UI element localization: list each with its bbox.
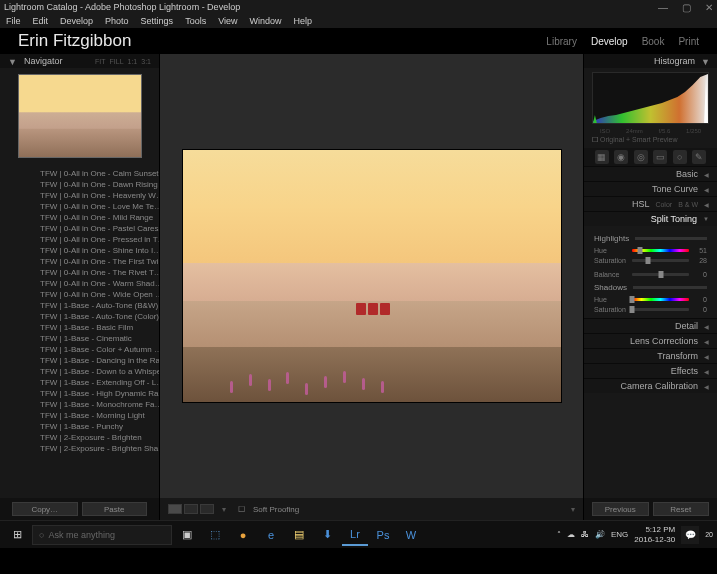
shadows-sat-slider[interactable]: [632, 308, 689, 311]
tray-network-icon[interactable]: 🖧: [581, 530, 589, 539]
navigator-preview[interactable]: [18, 74, 142, 158]
spot-tool-icon[interactable]: ◉: [614, 150, 628, 164]
view-before-after-button[interactable]: [184, 504, 198, 514]
highlights-sat-slider[interactable]: [632, 259, 689, 262]
preset-item[interactable]: TFW | 1-Base - Extending Off - L…: [0, 377, 159, 388]
navigator-collapse-icon[interactable]: ▼: [8, 57, 16, 65]
main-photo[interactable]: [182, 149, 562, 403]
panel-split-toning[interactable]: Split Toning▼: [584, 211, 717, 226]
module-develop[interactable]: Develop: [591, 36, 628, 47]
menu-edit[interactable]: Edit: [33, 16, 49, 26]
minimize-button[interactable]: —: [658, 2, 668, 13]
search-input[interactable]: ○ Ask me anything: [32, 525, 172, 545]
preset-item[interactable]: TFW | 2-Exposure - Brighten Sha…: [0, 443, 159, 454]
preset-item[interactable]: TFW | 0-All in One - Love Me Te…: [0, 201, 159, 212]
reset-button[interactable]: Reset: [653, 502, 710, 516]
zoom-fill[interactable]: FILL: [110, 58, 124, 65]
panel-calibration[interactable]: Camera Calibration◀: [584, 378, 717, 393]
maximize-button[interactable]: ▢: [682, 2, 691, 13]
tray-expand-icon[interactable]: ˄: [557, 530, 561, 539]
preset-item[interactable]: TFW | 0-All in One - Wide Open …: [0, 289, 159, 300]
tray-volume-icon[interactable]: 🔊: [595, 530, 605, 539]
panel-effects[interactable]: Effects◀: [584, 363, 717, 378]
panel-transform[interactable]: Transform◀: [584, 348, 717, 363]
brush-tool-icon[interactable]: ✎: [692, 150, 706, 164]
panel-lens[interactable]: Lens Corrections◀: [584, 333, 717, 348]
tray-clock[interactable]: 5:12 PM 2016-12-30: [634, 525, 675, 545]
module-print[interactable]: Print: [678, 36, 699, 47]
menu-window[interactable]: Window: [250, 16, 282, 26]
zoom-1-1[interactable]: 1:1: [128, 58, 138, 65]
radial-tool-icon[interactable]: ○: [673, 150, 687, 164]
copy-button[interactable]: Copy…: [12, 502, 78, 516]
gradient-tool-icon[interactable]: ▭: [653, 150, 667, 164]
preset-item[interactable]: TFW | 0-All in One - Heavenly W…: [0, 190, 159, 201]
view-loupe-button[interactable]: [168, 504, 182, 514]
toolbar-more-icon[interactable]: ▾: [571, 505, 575, 514]
preset-item[interactable]: TFW | 0-All in One - Dawn Rising: [0, 179, 159, 190]
menu-view[interactable]: View: [218, 16, 237, 26]
preset-item[interactable]: TFW | 1-Base - Morning Light: [0, 410, 159, 421]
preset-item[interactable]: TFW | 0-All in One - Warm Shad…: [0, 278, 159, 289]
histogram-collapse-icon[interactable]: ▼: [701, 57, 709, 65]
menu-photo[interactable]: Photo: [105, 16, 129, 26]
preset-item[interactable]: TFW | 1-Base - Dancing in the Rain: [0, 355, 159, 366]
preset-item[interactable]: TFW | 1-Base - Cinematic: [0, 333, 159, 344]
balance-value[interactable]: 0: [693, 271, 707, 278]
taskbar-app-lightroom[interactable]: Lr: [342, 524, 368, 546]
zoom-fit[interactable]: FIT: [95, 58, 106, 65]
taskbar-app-word[interactable]: W: [398, 524, 424, 546]
task-view-icon[interactable]: ▣: [174, 524, 200, 546]
preset-item[interactable]: TFW | 0-All in One - The First Twi: [0, 256, 159, 267]
preset-item[interactable]: TFW | 1-Base - Punchy: [0, 421, 159, 432]
taskbar-app-1[interactable]: ⬚: [202, 524, 228, 546]
highlights-sat-value[interactable]: 28: [693, 257, 707, 264]
paste-button[interactable]: Paste: [82, 502, 148, 516]
menu-settings[interactable]: Settings: [141, 16, 174, 26]
preset-item[interactable]: TFW | 1-Base - Basic Film: [0, 322, 159, 333]
panel-basic[interactable]: Basic◀: [584, 166, 717, 181]
preset-list[interactable]: TFW | 0-All in One - Calm SunsetTFW | 0-…: [0, 166, 159, 498]
preset-item[interactable]: TFW | 1-Base - Monochrome Fa…: [0, 399, 159, 410]
previous-button[interactable]: Previous: [592, 502, 649, 516]
preset-item[interactable]: TFW | 1-Base - Auto-Tone (B&W): [0, 300, 159, 311]
tray-lang[interactable]: ENG: [611, 530, 628, 539]
shadows-sat-value[interactable]: 0: [693, 306, 707, 313]
tray-onedrive-icon[interactable]: ☁: [567, 530, 575, 539]
shadows-hue-value[interactable]: 0: [693, 296, 707, 303]
module-library[interactable]: Library: [546, 36, 577, 47]
highlights-hue-value[interactable]: 51: [693, 247, 707, 254]
notification-center-icon[interactable]: 💬: [681, 526, 699, 544]
preset-item[interactable]: TFW | 2-Exposure - Brighten: [0, 432, 159, 443]
preset-item[interactable]: TFW | 1-Base - Color + Autumn …: [0, 344, 159, 355]
menu-tools[interactable]: Tools: [185, 16, 206, 26]
close-button[interactable]: ✕: [705, 2, 713, 13]
preset-item[interactable]: TFW | 0-All in One - Pressed in T…: [0, 234, 159, 245]
menu-develop[interactable]: Develop: [60, 16, 93, 26]
panel-tone-curve[interactable]: Tone Curve◀: [584, 181, 717, 196]
preset-item[interactable]: TFW | 0-All in One - Pastel Caress: [0, 223, 159, 234]
preset-item[interactable]: TFW | 0-All in One - Calm Sunset: [0, 168, 159, 179]
taskbar-app-store[interactable]: ⬇: [314, 524, 340, 546]
preset-item[interactable]: TFW | 0-All in One - Shine Into I…: [0, 245, 159, 256]
preset-item[interactable]: TFW | 1-Base - High Dynamic Ra…: [0, 388, 159, 399]
preset-item[interactable]: TFW | 1-Base - Auto-Tone (Color): [0, 311, 159, 322]
view-split-button[interactable]: [200, 504, 214, 514]
preset-item[interactable]: TFW | 0-All in One - Mild Range: [0, 212, 159, 223]
taskbar-app-chrome[interactable]: ●: [230, 524, 256, 546]
balance-slider[interactable]: [632, 273, 689, 276]
soft-proofing-toggle[interactable]: Soft Proofing: [253, 505, 299, 514]
taskbar-app-explorer[interactable]: ▤: [286, 524, 312, 546]
start-button[interactable]: ⊞: [4, 524, 30, 546]
taskbar-app-edge[interactable]: e: [258, 524, 284, 546]
histogram-chart[interactable]: [592, 72, 709, 124]
preset-item[interactable]: TFW | 0-All in One - The Rivet T…: [0, 267, 159, 278]
shadows-hue-slider[interactable]: [632, 298, 689, 301]
zoom-3-1[interactable]: 3:1: [141, 58, 151, 65]
module-book[interactable]: Book: [642, 36, 665, 47]
redeye-tool-icon[interactable]: ◎: [634, 150, 648, 164]
crop-tool-icon[interactable]: ▦: [595, 150, 609, 164]
panel-hsl[interactable]: HSL Color B & W ◀: [584, 196, 717, 211]
menu-file[interactable]: File: [6, 16, 21, 26]
highlights-hue-slider[interactable]: [632, 249, 689, 252]
